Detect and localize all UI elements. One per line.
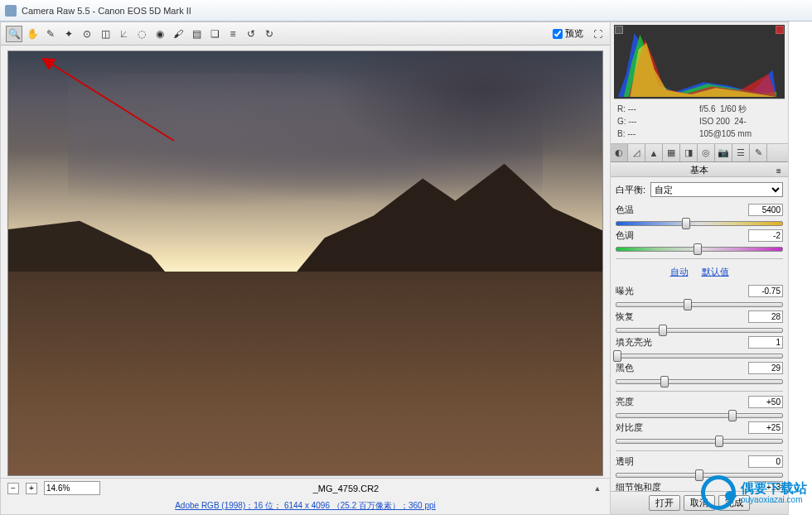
done-button[interactable]: 完成 — [718, 495, 750, 511]
crop-tool-icon[interactable]: ◫ — [97, 26, 114, 42]
panel-menu-icon[interactable]: ≡ — [773, 164, 785, 176]
recovery-slider[interactable]: 恢复28 — [616, 310, 783, 335]
tab-hsl-icon[interactable]: ▦ — [663, 144, 680, 161]
preview-check-input[interactable] — [553, 29, 563, 39]
brightness-slider[interactable]: 亮度+50 — [616, 396, 783, 420]
exposure-thumb[interactable] — [684, 299, 692, 310]
brightness-value[interactable]: +50 — [748, 396, 783, 408]
clone-tool-icon[interactable]: ❏ — [206, 26, 223, 42]
exposure-value[interactable]: -0.75 — [748, 285, 783, 297]
auto-link[interactable]: 自动 — [670, 267, 689, 277]
open-button[interactable]: 打开 — [649, 495, 680, 511]
exposure-label: 曝光 — [616, 285, 634, 297]
filmstrip-toggle-icon[interactable]: ▲ — [592, 483, 603, 494]
vibrance-value[interactable]: +13 — [748, 481, 783, 491]
tab-camera-icon[interactable]: 📷 — [715, 144, 732, 161]
preview-footer: − + _MG_4759.CR2 ▲ — [1, 478, 610, 498]
white-balance-select[interactable]: 自定 — [650, 182, 783, 197]
tint-label: 色调 — [616, 229, 634, 242]
vibrance-slider[interactable]: 细节饱和度+13 — [616, 481, 783, 491]
spot-removal-icon[interactable]: ◌ — [133, 26, 150, 42]
preview-canvas — [8, 51, 602, 475]
tab-curve-icon[interactable]: ◿ — [628, 144, 645, 161]
recovery-thumb[interactable] — [659, 325, 667, 336]
default-link[interactable]: 默认值 — [702, 267, 729, 277]
clarity-label: 透明 — [616, 455, 634, 468]
tint-slider[interactable]: 色调-2 — [616, 229, 783, 253]
toolbar: 🔍 ✋ ✎ ✦ ⊙ ◫ ⟀ ◌ ◉ 🖌 ▤ ❏ ≡ ↺ ↻ 预览 ⛶ — [1, 22, 610, 46]
shadow-clip-icon[interactable] — [615, 26, 623, 34]
histogram[interactable] — [614, 25, 785, 99]
zoom-tool-icon[interactable]: 🔍 — [6, 26, 22, 42]
shutter-value: 1/60 秒 — [720, 104, 747, 113]
contrast-slider[interactable]: 对比度+25 — [616, 421, 783, 445]
highlight-clip-icon[interactable] — [776, 26, 784, 34]
temperature-slider[interactable]: 色温5400 — [616, 204, 783, 228]
panel-tabs: ◐ ◿ ▲ ▦ ◨ ◎ 📷 ☰ ✎ — [611, 144, 788, 162]
filename-label: _MG_4759.CR2 — [107, 484, 585, 493]
brightness-thumb[interactable] — [728, 410, 737, 421]
app-icon — [5, 5, 17, 17]
preview-checkbox[interactable]: 预览 — [553, 27, 583, 40]
tint-value[interactable]: -2 — [748, 229, 783, 242]
contrast-value[interactable]: +25 — [748, 421, 783, 434]
zoom-out-button[interactable]: − — [7, 483, 19, 494]
recovery-label: 恢复 — [616, 310, 634, 323]
adjustment-brush-icon[interactable]: 🖌 — [170, 26, 186, 42]
tab-snapshots-icon[interactable]: ✎ — [750, 144, 767, 161]
right-pane: R: --- G: --- B: --- f/5.6 1/60 秒 ISO 20… — [611, 22, 789, 515]
r-value: R: --- — [617, 103, 699, 115]
svg-line-0 — [50, 63, 174, 141]
temperature-value[interactable]: 5400 — [748, 204, 783, 216]
fill-thumb[interactable] — [613, 350, 621, 362]
contrast-thumb[interactable] — [715, 436, 723, 447]
aperture-value: f/5.6 — [699, 104, 715, 113]
basic-panel: 白平衡: 自定 色温5400色调-2自动默认值曝光-0.75恢复28填充亮光1黑… — [611, 177, 788, 491]
vibrance-label: 细节饱和度 — [616, 481, 661, 491]
blacks-slider[interactable]: 黑色29 — [616, 362, 783, 386]
zoom-level-select[interactable] — [44, 481, 100, 495]
preview-label: 预览 — [565, 27, 583, 40]
rotate-cw-icon[interactable]: ↻ — [261, 26, 278, 42]
temperature-thumb[interactable] — [682, 218, 690, 229]
tab-split-icon[interactable]: ◨ — [680, 144, 698, 161]
titlebar: Camera Raw 5.5 - Canon EOS 5D Mark II — [0, 0, 812, 22]
brightness-label: 亮度 — [616, 396, 634, 408]
fill-slider[interactable]: 填充亮光1 — [616, 336, 783, 360]
eyedropper-tool-icon[interactable]: ✎ — [42, 26, 59, 42]
color-sampler-icon[interactable]: ✦ — [60, 26, 77, 42]
exposure-slider[interactable]: 曝光-0.75 — [616, 285, 783, 309]
hand-tool-icon[interactable]: ✋ — [24, 26, 41, 42]
graduated-filter-icon[interactable]: ▤ — [188, 26, 205, 42]
blacks-value[interactable]: 29 — [748, 362, 783, 374]
straighten-tool-icon[interactable]: ⟀ — [115, 26, 132, 42]
fill-value[interactable]: 1 — [748, 336, 783, 349]
fullscreen-icon[interactable]: ⛶ — [590, 26, 605, 41]
rotate-ccw-icon[interactable]: ↺ — [243, 26, 259, 42]
tint-thumb[interactable] — [694, 243, 702, 255]
tab-lens-icon[interactable]: ◎ — [698, 144, 715, 161]
clarity-slider[interactable]: 透明0 — [616, 455, 783, 479]
g-value: G: --- — [617, 115, 699, 128]
action-buttons: 打开 取消 完成 — [611, 491, 788, 514]
title-text: Camera Raw 5.5 - Canon EOS 5D Mark II — [22, 6, 191, 16]
iso-value: ISO 200 — [699, 117, 730, 126]
cancel-button[interactable]: 取消 — [684, 495, 715, 511]
target-adjust-icon[interactable]: ⊙ — [79, 26, 95, 42]
fill-label: 填充亮光 — [616, 336, 652, 349]
tab-presets-icon[interactable]: ☰ — [732, 144, 750, 161]
tab-basic-icon[interactable]: ◐ — [611, 144, 628, 161]
clarity-value[interactable]: 0 — [748, 455, 783, 468]
blacks-label: 黑色 — [616, 362, 634, 374]
panel-title: 基本 ≡ — [611, 162, 788, 177]
redeye-tool-icon[interactable]: ◉ — [152, 26, 168, 42]
image-preview[interactable] — [7, 51, 603, 476]
tab-detail-icon[interactable]: ▲ — [645, 144, 663, 161]
b-value: B: --- — [617, 128, 699, 140]
zoom-in-button[interactable]: + — [26, 483, 37, 494]
blacks-thumb[interactable] — [660, 376, 669, 387]
workflow-options-link[interactable]: Adobe RGB (1998)；16 位； 6144 x 4096 （25.2… — [1, 498, 610, 514]
clarity-thumb[interactable] — [695, 469, 703, 481]
preferences-icon[interactable]: ≡ — [225, 26, 241, 42]
recovery-value[interactable]: 28 — [748, 310, 783, 323]
